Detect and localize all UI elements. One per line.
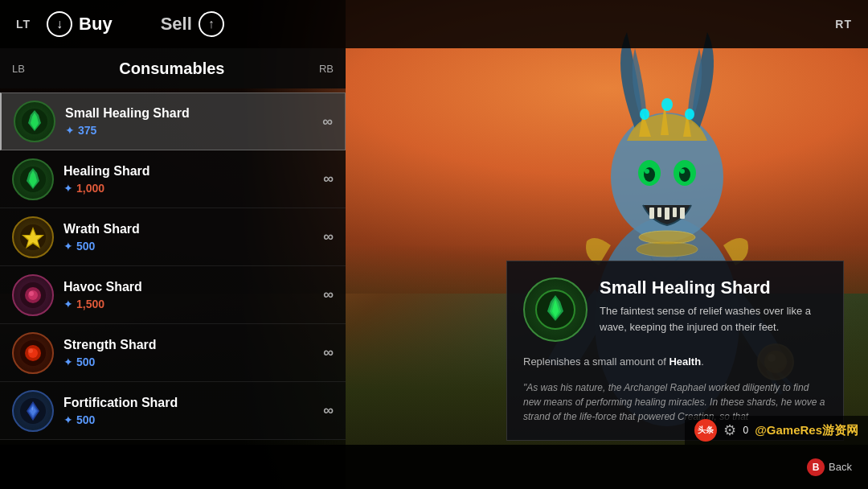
item-info: Havoc Shard✦1,500 [63, 280, 323, 310]
svg-point-20 [637, 242, 698, 257]
item-info: Healing Shard✦1,000 [63, 164, 323, 195]
svg-rect-10 [665, 208, 669, 220]
item-quantity: ∞ [322, 113, 333, 130]
svg-point-27 [29, 291, 34, 296]
info-item-subtitle: The faintest sense of relief washes over… [600, 303, 827, 335]
price-value: 500 [76, 240, 95, 253]
item-name: Wrath Shard [63, 222, 323, 236]
info-header: Small Healing Shard The faintest sense o… [523, 277, 827, 342]
back-button[interactable]: B Back [807, 458, 852, 476]
item-info: Small Healing Shard✦375 [65, 106, 322, 137]
svg-rect-8 [649, 208, 654, 219]
price-value: 500 [76, 413, 95, 426]
svg-point-13 [640, 109, 649, 120]
item-icon [12, 274, 54, 316]
item-name: Fortification Shard [63, 396, 323, 410]
item-info: Strength Shard✦500 [63, 338, 323, 368]
buy-icon: ↓ [47, 11, 72, 37]
info-text-block: Small Healing Shard The faintest sense o… [600, 277, 827, 335]
item-row[interactable]: Strength Shard✦500∞ [0, 324, 346, 382]
soul-currency-icon: ✦ [63, 413, 73, 426]
item-info: Fortification Shard✦500 [63, 396, 323, 426]
header-bar: LT ↓ Buy Sell ↑ RT [0, 0, 868, 48]
price-value: 1,000 [76, 182, 104, 195]
soul-currency-icon: ✦ [65, 124, 75, 137]
svg-point-14 [661, 98, 673, 111]
lt-button-label: LT [16, 18, 31, 31]
soul-currency-icon: ✦ [63, 355, 73, 368]
svg-rect-9 [657, 208, 661, 217]
tab-consumables[interactable]: Consumables [41, 60, 303, 78]
svg-point-15 [685, 109, 694, 120]
watermark-bar: 头条 ⚙ 0 @GameRes游资网 [685, 416, 868, 445]
item-quantity: ∞ [323, 171, 334, 187]
item-icon [12, 216, 54, 258]
soul-currency-icon: ✦ [63, 240, 73, 253]
item-list: Small Healing Shard✦375∞ Healing Shard✦1… [0, 88, 346, 444]
item-name: Small Healing Shard [65, 106, 322, 121]
sell-icon: ↑ [199, 11, 224, 37]
rt-button-label: RT [835, 18, 852, 31]
item-price: ✦500 [63, 240, 323, 253]
item-row[interactable]: Havoc Shard✦1,500∞ [0, 266, 346, 324]
info-item-name: Small Healing Shard [600, 277, 827, 298]
svg-point-7 [680, 169, 685, 174]
nut-icon: ⚙ [723, 421, 736, 439]
item-info: Wrath Shard✦500 [63, 222, 323, 253]
item-row[interactable]: Wrath Shard✦500∞ [0, 208, 346, 266]
gameres-label: @GameRes游资网 [755, 423, 858, 438]
rb-label: RB [319, 63, 334, 75]
svg-rect-12 [680, 208, 685, 219]
item-row[interactable]: Small Healing Shard✦375∞ [0, 92, 346, 150]
item-icon [12, 332, 54, 374]
nut-count: 0 [743, 425, 748, 436]
soul-currency-icon: ✦ [63, 182, 73, 195]
item-price: ✦1,000 [63, 182, 323, 195]
item-icon [14, 101, 55, 142]
lb-label: LB [12, 63, 25, 75]
tab-bar: LB Consumables RB [0, 48, 346, 88]
item-price: ✦375 [65, 124, 322, 137]
svg-rect-11 [673, 208, 677, 217]
item-row[interactable]: Healing Shard✦1,000∞ [0, 150, 346, 208]
price-value: 500 [76, 355, 95, 368]
buy-button[interactable]: ↓ Buy [47, 11, 113, 37]
item-price: ✦500 [63, 355, 323, 368]
svg-point-6 [645, 169, 649, 174]
bottom-bar: B Back [0, 445, 868, 489]
item-name: Havoc Shard [63, 280, 323, 294]
soul-currency-icon: ✦ [63, 298, 73, 310]
item-quantity: ∞ [323, 344, 334, 361]
item-quantity: ∞ [323, 228, 334, 245]
b-button-icon: B [807, 458, 825, 476]
item-price: ✦500 [63, 413, 323, 426]
sell-button[interactable]: Sell ↑ [161, 11, 224, 37]
item-quantity: ∞ [323, 286, 334, 303]
item-row[interactable]: Fortification Shard✦500∞ [0, 382, 346, 440]
price-value: 1,500 [76, 298, 104, 310]
price-value: 375 [78, 124, 96, 137]
item-name: Strength Shard [63, 338, 323, 352]
info-panel: Small Healing Shard The faintest sense o… [506, 261, 844, 441]
toutiao-icon: 头条 [694, 419, 717, 442]
item-icon [12, 390, 54, 432]
info-item-icon [523, 277, 588, 342]
info-item-effect: Replenishes a small amount of Health. [523, 354, 827, 371]
item-quantity: ∞ [323, 402, 334, 419]
item-price: ✦1,500 [63, 298, 323, 310]
svg-point-31 [28, 348, 33, 353]
item-icon [12, 158, 54, 200]
item-name: Healing Shard [63, 164, 323, 179]
